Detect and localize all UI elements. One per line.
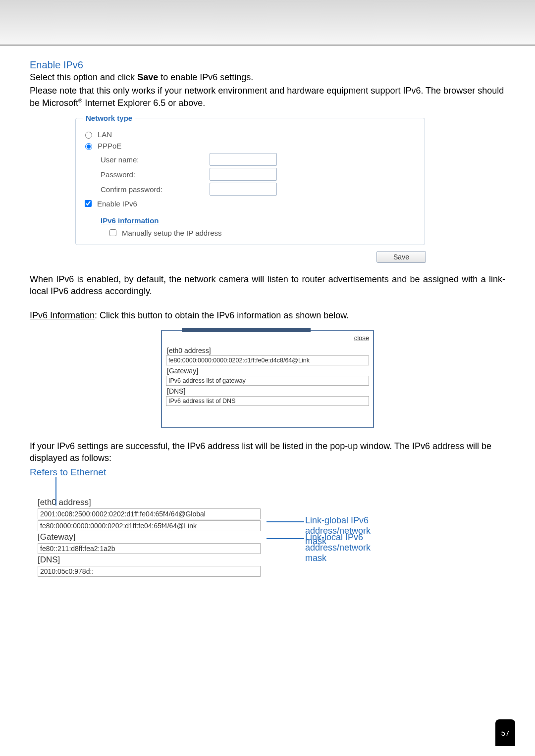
lan-radio[interactable] — [85, 132, 92, 139]
eth0-pointer-line — [55, 477, 56, 505]
registered-symbol: ® — [78, 98, 82, 103]
enable-ipv6-label: Enable IPv6 — [97, 200, 137, 208]
connector-link-local — [267, 538, 304, 539]
enable-ipv6-checkbox[interactable] — [85, 200, 92, 207]
popup-gateway-label: [Gateway] — [167, 367, 369, 375]
network-type-fieldset: Network type LAN PPPoE User name: Passwo… — [75, 114, 425, 245]
eth-global-value: 2001:0c08:2500:0002:0202:d1ff:fe04:65f4/… — [38, 508, 261, 519]
network-type-legend: Network type — [83, 114, 135, 122]
eth-dns-value: 2010:05c0:978d:: — [38, 566, 261, 577]
intro1-post: to enable IPv6 settings. — [158, 72, 253, 82]
connector-link-global — [267, 521, 304, 522]
para-after-popup: If your IPv6 settings are successful, th… — [30, 441, 505, 464]
refers-to-ethernet: Refers to Ethernet — [30, 467, 505, 478]
heading-enable-ipv6: Enable IPv6 — [30, 59, 505, 71]
popup-eth0-value: fe80:0000:0000:0000:0202:d1ff:fe0e:d4c8/… — [166, 355, 369, 365]
username-input[interactable] — [210, 153, 277, 166]
save-button[interactable]: Save — [376, 251, 426, 263]
intro2-post: Internet Explorer 6.5 or above. — [82, 98, 205, 108]
manual-ip-checkbox[interactable] — [109, 229, 116, 236]
ipv6-info-rest: : Click this button to obtain the IPv6 i… — [95, 310, 349, 320]
popup-eth0-label: [eth0 address] — [167, 347, 369, 354]
para-after-fieldset: When IPv6 is enabled, by default, the ne… — [30, 274, 505, 297]
pppoe-label: PPPoE — [98, 142, 121, 150]
popup-dns-value: IPv6 address list of DNS — [166, 396, 369, 406]
eth0-post: address] — [59, 498, 91, 507]
username-label: User name: — [101, 155, 205, 164]
ipv6-info-underline: IPv6 Information — [30, 310, 95, 320]
intro1-bold: Save — [137, 72, 158, 82]
manual-ip-label: Manually setup the IP address — [122, 229, 222, 237]
annotation-link-local: Link-local IPv6 address/network mask — [305, 532, 371, 563]
pppoe-radio[interactable] — [85, 143, 92, 150]
eth-gateway-label: [Gateway] — [38, 532, 270, 542]
popup-close-link[interactable]: close — [166, 334, 369, 342]
ipv6-information-link[interactable]: IPv6 information — [101, 216, 159, 225]
intro-paragraph-1: Select this option and click Save to ena… — [30, 72, 505, 83]
confirm-password-input[interactable] — [210, 183, 277, 196]
popup-title-strip — [182, 328, 311, 332]
confirm-password-label: Confirm password: — [101, 185, 205, 194]
password-label: Password: — [101, 170, 205, 179]
password-input[interactable] — [210, 168, 277, 181]
ipv6-info-popup: close [eth0 address] fe80:0000:0000:0000… — [161, 330, 374, 428]
eth-eth0-label: [eth0 address] — [38, 498, 270, 507]
popup-gateway-value: IPv6 address list of gateway — [166, 376, 369, 386]
eth0-pre: [eth0 — [38, 498, 56, 507]
eth-link-value: fe80:0000:0000:0000:0202:d1ff:fe04:65f4/… — [38, 520, 261, 531]
popup-dns-label: [DNS] — [167, 387, 369, 395]
page-number: 57 — [495, 719, 515, 746]
eth-dns-label: [DNS] — [38, 555, 270, 565]
intro-paragraph-2: Please note that this only works if your… — [30, 85, 505, 109]
intro1-pre: Select this option and click — [30, 72, 137, 82]
lan-label: LAN — [98, 130, 112, 139]
eth-gateway-value: fe80::211:d8ff:fea2:1a2b — [38, 543, 261, 554]
